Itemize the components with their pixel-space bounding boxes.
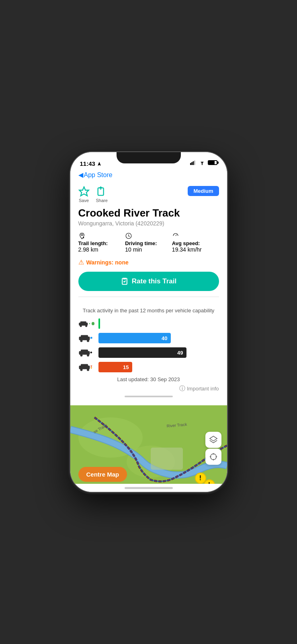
- svg-point-23: [80, 354, 82, 357]
- chart-row-1: [78, 318, 219, 329]
- target-button[interactable]: [205, 449, 221, 465]
- phone-screen: 11:43: [70, 152, 227, 492]
- svg-point-7: [81, 234, 83, 236]
- svg-point-4: [201, 164, 203, 165]
- status-icons: [190, 160, 217, 165]
- speed-icon: [172, 232, 179, 239]
- suv-icon-1: [78, 320, 90, 328]
- bar-container-4: 15: [98, 362, 219, 372]
- black-bar: 49: [98, 347, 186, 358]
- chart-row-4: 15: [78, 362, 219, 372]
- warning-row: ⚠ Warnings: none: [78, 258, 219, 266]
- crosshair-icon: [209, 452, 218, 461]
- svg-marker-30: [90, 365, 92, 367]
- wifi-icon: [199, 160, 205, 165]
- stat-length: Trail length: 2.98 km: [78, 232, 125, 253]
- svg-marker-38: [209, 436, 217, 441]
- svg-rect-1: [191, 162, 193, 165]
- battery-icon: [208, 160, 217, 165]
- nav-bar: ◀ App Store: [70, 169, 227, 182]
- save-icon: [78, 186, 90, 197]
- svg-point-14: [85, 325, 87, 327]
- svg-point-18: [80, 340, 82, 342]
- chart-row-2: 40: [78, 333, 219, 343]
- activity-title: Track activity in the past 12 months per…: [78, 308, 219, 314]
- share-icon: [96, 186, 107, 197]
- warning-circle-icon-2: !: [204, 479, 215, 484]
- svg-point-19: [87, 340, 89, 342]
- warning-text: Warnings: none: [86, 259, 129, 266]
- signal-icon: [190, 160, 197, 165]
- svg-rect-15: [89, 323, 90, 324]
- svg-rect-27: [81, 364, 88, 367]
- back-button[interactable]: ◀ App Store: [78, 171, 219, 179]
- svg-point-39: [210, 454, 216, 460]
- vehicle-icon-3: [78, 348, 94, 357]
- svg-point-29: [87, 369, 89, 371]
- divider: [78, 297, 219, 297]
- svg-marker-5: [79, 187, 88, 196]
- vehicle-icon-4: [78, 363, 94, 372]
- svg-rect-17: [81, 335, 88, 338]
- svg-marker-31: [90, 367, 92, 369]
- activity-section: Track activity in the past 12 months per…: [70, 308, 227, 405]
- layers-button[interactable]: [205, 432, 221, 448]
- difficulty-badge: Medium: [188, 186, 219, 196]
- rate-trail-button[interactable]: Rate this Trail: [78, 272, 219, 291]
- svg-rect-25: [90, 351, 92, 353]
- layers-icon: [209, 436, 218, 444]
- warning-triangle-icon: ⚠: [78, 258, 84, 266]
- home-bar: [125, 487, 173, 489]
- header-top: Save Share Medium: [78, 186, 219, 203]
- svg-point-8: [83, 237, 84, 238]
- location-arrow-icon: [97, 161, 102, 166]
- svg-rect-3: [194, 160, 195, 165]
- clock-icon: [125, 232, 132, 239]
- trail-subtitle: Wongungarra, Victoria (42020229): [78, 220, 219, 227]
- svg-rect-2: [193, 161, 194, 165]
- map-controls: [205, 432, 221, 465]
- stats-row: Trail length: 2.98 km Driving time: 10 m…: [78, 232, 219, 253]
- share-button[interactable]: Share: [96, 186, 108, 203]
- important-info-row[interactable]: ⓘ Important info: [78, 385, 219, 392]
- vehicle-icon-1: [78, 320, 94, 328]
- suv-icon-2: [78, 334, 93, 343]
- bar-container-1: [98, 318, 219, 329]
- scroll-indicator: [125, 396, 173, 397]
- centre-map-button[interactable]: Centre Map: [78, 467, 127, 482]
- green-dot-indicator: [92, 322, 94, 325]
- svg-rect-12: [80, 321, 86, 324]
- svg-rect-37: [151, 448, 183, 470]
- action-icons: Save Share: [78, 186, 108, 203]
- location-icon: [78, 232, 86, 239]
- svg-rect-0: [190, 163, 191, 165]
- svg-rect-20: [90, 337, 92, 339]
- header-section: Save Share Medium: [70, 182, 227, 308]
- home-indicator: [70, 484, 227, 492]
- phone-frame: 11:43: [70, 152, 227, 492]
- save-button[interactable]: Save: [78, 186, 90, 203]
- content-area: Save Share Medium: [70, 182, 227, 484]
- svg-point-28: [80, 369, 82, 371]
- stat-driving: Driving time: 10 min: [125, 232, 172, 253]
- clipboard-check-icon: [121, 277, 129, 285]
- suv-icon-3: [78, 348, 93, 357]
- chart-row-3: 49: [78, 347, 219, 358]
- bar-container-3: 49: [98, 347, 219, 358]
- status-time: 11:43: [80, 160, 95, 167]
- map-background: se Track River Track Centre Map: [70, 405, 227, 484]
- orange-bar: 15: [98, 362, 132, 372]
- stat-speed: Avg speed: 19.34 km/hr: [172, 232, 219, 253]
- blue-bar: 40: [98, 333, 171, 343]
- last-updated: Last updated: 30 Sep 2023: [78, 376, 219, 382]
- svg-rect-22: [81, 350, 88, 353]
- notch: [117, 152, 181, 163]
- suv-icon-4: [78, 363, 93, 372]
- svg-point-24: [87, 354, 89, 357]
- vehicle-icon-2: [78, 334, 94, 343]
- green-line-bar: [98, 318, 100, 329]
- map-section: se Track River Track Centre Map: [70, 405, 227, 484]
- trail-name: Crooked River Track: [78, 207, 219, 219]
- svg-point-13: [80, 325, 82, 327]
- bar-container-2: 40: [98, 333, 219, 343]
